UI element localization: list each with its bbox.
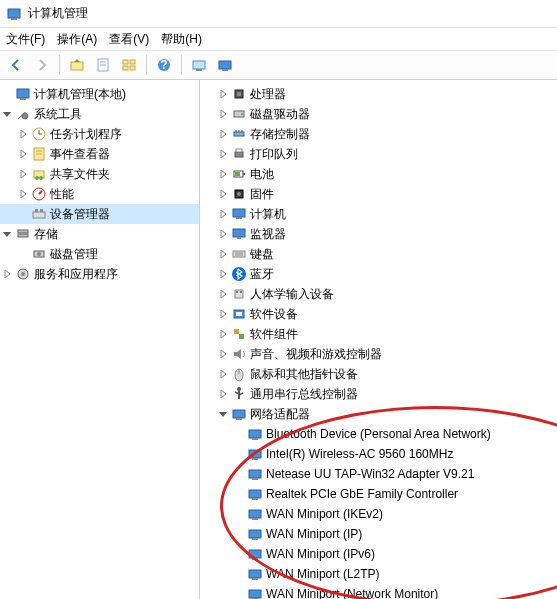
svg-rect-7 xyxy=(130,60,135,64)
svg-point-63 xyxy=(240,291,242,293)
toolbar-separator xyxy=(146,55,147,75)
device-category-audio[interactable]: 声音、视频和游戏控制器 xyxy=(200,344,557,364)
help-button[interactable]: ? xyxy=(152,53,176,77)
svg-rect-85 xyxy=(252,518,258,520)
chevron-right-icon[interactable] xyxy=(216,187,230,201)
tree-item-event-viewer[interactable]: 事件查看器 xyxy=(0,144,199,164)
device-category-sw-device[interactable]: 软件设备 xyxy=(200,304,557,324)
tree-storage[interactable]: 存储 xyxy=(0,224,199,244)
chevron-right-icon[interactable] xyxy=(216,127,230,141)
device-category-disk[interactable]: 磁盘驱动器 xyxy=(200,104,557,124)
chevron-down-icon[interactable] xyxy=(216,407,230,421)
device-category-computer[interactable]: 计算机 xyxy=(200,204,557,224)
svg-rect-77 xyxy=(252,438,258,440)
svg-point-35 xyxy=(37,252,41,256)
tree-label: 电池 xyxy=(250,166,280,183)
tree-label: Bluetooth Device (Personal Area Network) xyxy=(266,427,497,441)
scan-button[interactable] xyxy=(187,53,211,77)
chevron-right-icon[interactable] xyxy=(16,147,30,161)
net-adapter-icon xyxy=(247,526,263,542)
chevron-right-icon[interactable] xyxy=(16,187,30,201)
net-adapter-icon xyxy=(247,546,263,562)
tree-item-device-manager[interactable]: 设备管理器 xyxy=(0,204,199,224)
menu-help[interactable]: 帮助(H) xyxy=(161,31,202,48)
net-adapter-icon xyxy=(247,466,263,482)
tree-item-disk-manage[interactable]: 磁盘管理 xyxy=(0,244,199,264)
tree-label: WAN Miniport (IKEv2) xyxy=(266,507,389,521)
device-category-bluetooth[interactable]: 蓝牙 xyxy=(200,264,557,284)
device-category-battery[interactable]: 电池 xyxy=(200,164,557,184)
svg-rect-83 xyxy=(252,498,258,500)
chevron-right-icon[interactable] xyxy=(216,227,230,241)
device-category-hid[interactable]: 人体学输入设备 xyxy=(200,284,557,304)
network-adapter-item[interactable]: WAN Miniport (IP) xyxy=(200,524,557,544)
properties-button[interactable] xyxy=(91,53,115,77)
svg-rect-33 xyxy=(18,234,28,237)
chevron-right-icon[interactable] xyxy=(216,267,230,281)
device-category-storage-ctrl[interactable]: 存储控制器 xyxy=(200,124,557,144)
view-list-button[interactable] xyxy=(117,53,141,77)
device-category-firmware[interactable]: 固件 xyxy=(200,184,557,204)
device-category-sw-component[interactable]: 软件组件 xyxy=(200,324,557,344)
network-adapter-item[interactable]: Bluetooth Device (Personal Area Network) xyxy=(200,424,557,444)
svg-rect-12 xyxy=(193,61,205,69)
tree-services[interactable]: 服务和应用程序 xyxy=(0,264,199,284)
title-bar: 计算机管理 xyxy=(0,0,557,28)
bluetooth-icon xyxy=(231,266,247,282)
chevron-right-icon[interactable] xyxy=(0,267,14,281)
tree-label: 网络适配器 xyxy=(250,406,316,423)
chevron-right-icon[interactable] xyxy=(216,167,230,181)
menu-view[interactable]: 查看(V) xyxy=(109,31,149,48)
chevron-right-icon[interactable] xyxy=(216,347,230,361)
svg-rect-56 xyxy=(237,237,241,239)
network-adapter-item[interactable]: WAN Miniport (L2TP) xyxy=(200,564,557,584)
device-category-usb[interactable]: 通用串行总线控制器 xyxy=(200,384,557,404)
device-category-cpu[interactable]: 处理器 xyxy=(200,84,557,104)
show-hidden-button[interactable] xyxy=(213,53,237,77)
menu-file[interactable]: 文件(F) xyxy=(6,31,45,48)
tree-item-task-scheduler[interactable]: 任务计划程序 xyxy=(0,124,199,144)
chevron-right-icon[interactable] xyxy=(216,307,230,321)
chevron-right-icon[interactable] xyxy=(216,247,230,261)
svg-rect-42 xyxy=(234,132,244,136)
chevron-down-icon[interactable] xyxy=(0,107,14,121)
chevron-right-icon[interactable] xyxy=(216,147,230,161)
svg-rect-67 xyxy=(239,334,244,339)
monitor-icon xyxy=(231,226,247,242)
device-category-monitor[interactable]: 监视器 xyxy=(200,224,557,244)
device-category-network[interactable]: 网络适配器 xyxy=(200,404,557,424)
tree-system-tools[interactable]: 系统工具 xyxy=(0,104,199,124)
usb-icon xyxy=(231,386,247,402)
network-adapter-item[interactable]: WAN Miniport (Network Monitor) xyxy=(200,584,557,599)
device-category-mouse[interactable]: 鼠标和其他指针设备 xyxy=(200,364,557,384)
device-category-keyboard[interactable]: 键盘 xyxy=(200,244,557,264)
chevron-right-icon[interactable] xyxy=(216,287,230,301)
forward-button[interactable] xyxy=(30,53,54,77)
network-adapter-item[interactable]: WAN Miniport (IPv6) xyxy=(200,544,557,564)
up-button[interactable] xyxy=(65,53,89,77)
svg-rect-50 xyxy=(235,172,240,176)
back-button[interactable] xyxy=(4,53,28,77)
chevron-right-icon[interactable] xyxy=(16,127,30,141)
chevron-right-icon[interactable] xyxy=(216,367,230,381)
chevron-right-icon[interactable] xyxy=(16,167,30,181)
chevron-down-icon[interactable] xyxy=(0,227,14,241)
tree-root[interactable]: 计算机管理(本地) xyxy=(0,84,199,104)
network-adapter-item[interactable]: WAN Miniport (IKEv2) xyxy=(200,504,557,524)
network-adapter-item[interactable]: Netease UU TAP-Win32 Adapter V9.21 xyxy=(200,464,557,484)
chevron-right-icon[interactable] xyxy=(216,207,230,221)
network-adapter-item[interactable]: Realtek PCIe GbE Family Controller xyxy=(200,484,557,504)
services-icon xyxy=(15,266,31,282)
net-adapter-icon xyxy=(247,446,263,462)
computer-manage-icon xyxy=(15,86,31,102)
device-category-printer[interactable]: 打印队列 xyxy=(200,144,557,164)
chevron-right-icon[interactable] xyxy=(216,87,230,101)
chevron-right-icon[interactable] xyxy=(216,327,230,341)
chevron-right-icon[interactable] xyxy=(216,387,230,401)
menu-action[interactable]: 操作(A) xyxy=(57,31,97,48)
network-adapter-item[interactable]: Intel(R) Wireless-AC 9560 160MHz xyxy=(200,444,557,464)
tree-item-shared-folders[interactable]: 共享文件夹 xyxy=(0,164,199,184)
chevron-right-icon[interactable] xyxy=(216,107,230,121)
tree-item-performance[interactable]: 性能 xyxy=(0,184,199,204)
tree-label: 计算机管理(本地) xyxy=(34,86,132,103)
